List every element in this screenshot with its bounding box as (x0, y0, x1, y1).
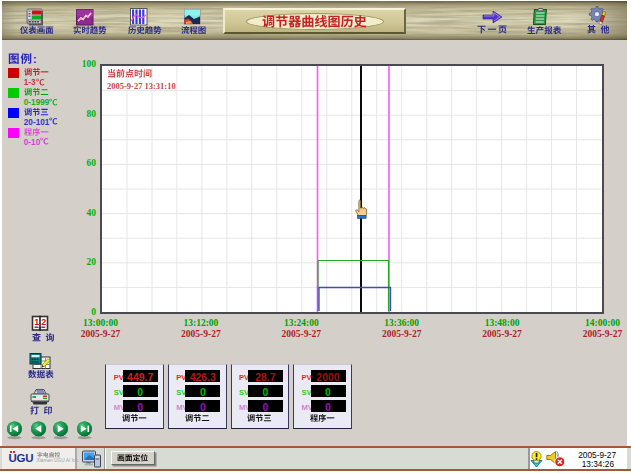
svg-text:2: 2 (41, 317, 46, 327)
svg-text:1: 1 (34, 317, 39, 327)
